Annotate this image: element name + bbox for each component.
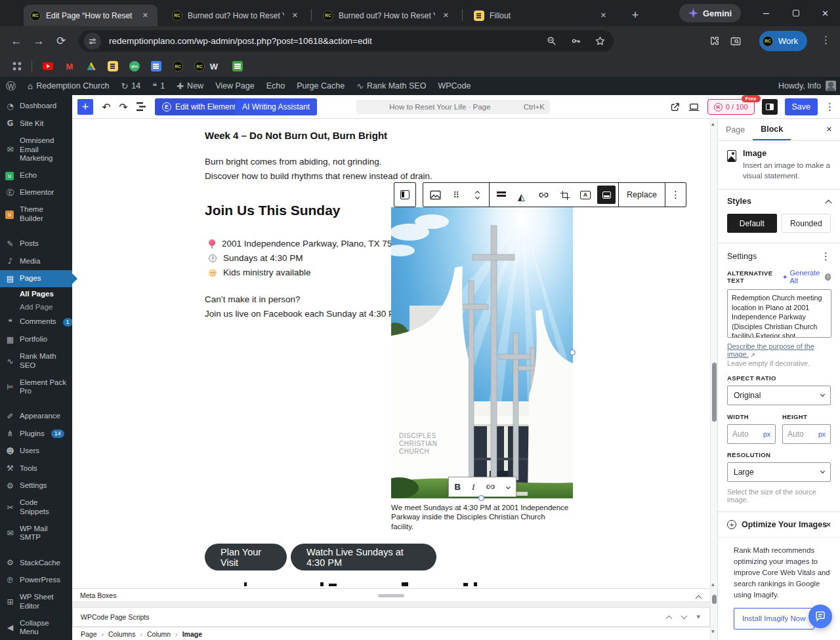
sidebar-item-rank-math[interactable]: ∿Rank Math SEO <box>0 348 72 374</box>
height-input[interactable] <box>788 430 812 439</box>
bookmark-youtube-icon[interactable] <box>43 61 53 71</box>
scroll-down-icon[interactable]: ▼ <box>711 629 715 633</box>
list-item[interactable]: Sundays at 4:30 PM <box>209 253 303 263</box>
window-minimize-button[interactable] <box>751 0 781 26</box>
wp-logo-icon[interactable]: Ⓦ <box>0 77 22 95</box>
admin-bar-updates[interactable]: ↻14 <box>115 77 146 95</box>
collapse-icon[interactable] <box>696 595 702 602</box>
breadcrumb-page[interactable]: Page <box>81 630 97 638</box>
sidebar-item-site-kit[interactable]: GSite Kit <box>0 115 72 132</box>
apps-grid-icon[interactable] <box>12 61 22 71</box>
tune-icon[interactable] <box>84 33 101 50</box>
bookmark-docs-icon[interactable] <box>151 61 161 71</box>
chat-launcher-button[interactable] <box>808 605 832 628</box>
bookmark-list-icon[interactable] <box>232 61 243 71</box>
sidebar-item-appearance[interactable]: ✐Appearance <box>0 408 72 425</box>
window-close-button[interactable] <box>810 0 840 26</box>
list-item[interactable]: 2001 Independence Parkway, Plano, TX 750… <box>209 239 407 249</box>
image-resize-handle-right[interactable] <box>570 350 576 355</box>
bookmark-gmail-icon[interactable] <box>64 61 75 71</box>
sidebar-item-all-pages[interactable]: All Pages <box>0 287 72 300</box>
watch-live-button[interactable]: Watch Live Sundays at 4:30 PM <box>291 544 436 570</box>
tab-block[interactable]: Block <box>753 119 791 140</box>
describe-purpose-link[interactable]: Describe the purpose of the image. <box>727 342 814 358</box>
sidebar-item-comments[interactable]: ❝Comments1 <box>0 313 72 330</box>
breadcrumb-columns[interactable]: Columns <box>108 630 135 638</box>
alt-text-input[interactable]: Redemption Church meeting location in Pl… <box>727 289 831 338</box>
sidebar-item-settings[interactable]: ⚙Settings <box>0 477 72 494</box>
select-parent-block-button[interactable] <box>394 183 415 207</box>
toggle-icon[interactable]: ▼ <box>697 614 700 620</box>
duotone-filter-button[interactable] <box>512 183 533 207</box>
tab-close-icon[interactable]: ✕ <box>140 10 151 21</box>
preview-device-icon[interactable] <box>688 102 700 113</box>
bookmark-drive-icon[interactable] <box>86 61 96 71</box>
breadcrumb-image[interactable]: Image <box>182 630 202 638</box>
save-button[interactable]: Save <box>785 98 818 115</box>
resize-drag-handle[interactable] <box>378 594 404 597</box>
sidebar-item-pages[interactable]: ▤Pages <box>0 270 72 287</box>
sidebar-item-users[interactable]: ☻Users <box>0 443 72 460</box>
address-bar[interactable]: redemptionplano.com/wp-admin/post.php?po… <box>79 30 614 52</box>
plan-your-visit-button[interactable]: Plan Your Visit <box>205 544 287 570</box>
back-icon[interactable]: ← <box>5 35 28 48</box>
tab-burned-out-2[interactable]: RC Burned out? How to Reset Your ✕ <box>316 5 458 26</box>
week-heading[interactable]: Week 4 – Do Not Burn Out, Burn Bright <box>205 130 387 141</box>
admin-bar-rank-math[interactable]: ∿Rank Math SEO <box>350 77 432 95</box>
list-view-icon[interactable] <box>134 99 150 115</box>
generate-alt-link[interactable]: Generate Alt <box>782 269 831 285</box>
window-maximize-button[interactable] <box>781 0 810 26</box>
undo-icon[interactable]: ↶ <box>98 99 114 115</box>
tab-close-icon[interactable]: ✕ <box>440 10 452 21</box>
link-button[interactable] <box>533 183 554 207</box>
sidebar-item-collapse-menu[interactable]: ◀Collapse Menu <box>0 615 72 640</box>
paragraph[interactable]: Burn bright comes from abiding, not grin… <box>205 157 381 167</box>
collapse-styles-icon[interactable] <box>826 199 832 206</box>
align-button[interactable] <box>491 183 512 207</box>
px-unit[interactable]: px <box>763 430 770 438</box>
order-down-icon[interactable] <box>681 613 687 620</box>
image-caption[interactable]: We meet Sundays at 4:30 PM at 2001 Indep… <box>391 503 570 531</box>
browser-menu-icon[interactable] <box>821 34 831 46</box>
sidebar-item-echo[interactable]: uEcho <box>0 167 72 184</box>
tab-close-icon[interactable]: ✕ <box>289 10 301 21</box>
tab-burned-out-1[interactable]: RC Burned out? How to Reset Your ✕ <box>165 5 307 26</box>
join-heading[interactable]: Join Us This Sunday <box>205 203 341 218</box>
bold-button[interactable]: B <box>455 482 461 492</box>
password-key-icon[interactable] <box>570 35 581 47</box>
sidebar-item-theme-builder[interactable]: uTheme Builder <box>0 201 72 228</box>
more-formats-icon[interactable] <box>506 485 511 489</box>
italic-button[interactable]: I <box>472 482 474 492</box>
style-default-button[interactable]: Default <box>727 214 777 233</box>
sidebar-item-code-snippets[interactable]: ✂Code Snippets <box>0 494 72 521</box>
admin-bar-wpcode[interactable]: WPCode <box>432 77 476 95</box>
forward-icon[interactable]: → <box>28 35 50 48</box>
block-options-button[interactable] <box>665 183 686 207</box>
bookmark-rc2-icon[interactable]: RC <box>194 61 205 71</box>
sidebar-item-posts[interactable]: ✎Posts <box>0 235 72 252</box>
install-imagify-button[interactable]: Install Imagify Now <box>734 608 814 630</box>
close-sidebar-icon[interactable] <box>826 125 832 134</box>
block-inserter-button[interactable] <box>77 99 93 115</box>
sidebar-item-tools[interactable]: ⚒Tools <box>0 460 72 477</box>
meta-boxes-bar[interactable]: Meta Boxes <box>72 588 710 602</box>
resolution-select[interactable]: Large <box>727 462 831 482</box>
image-block-icon[interactable] <box>425 183 446 207</box>
new-tab-button[interactable] <box>627 7 644 24</box>
sidebar-item-stackcache[interactable]: ⚙StackCache <box>0 554 72 571</box>
bookmark-star-icon[interactable] <box>595 35 606 47</box>
rank-math-score[interactable]: R 0 / 100 Free <box>707 99 755 115</box>
sidebar-item-element-pack[interactable]: ⊨Element Pack Pro <box>0 374 72 401</box>
tab-edit-page[interactable]: RC Edit Page “How to Reset Your L ✕ <box>24 5 158 26</box>
style-rounded-button[interactable]: Rounded <box>782 214 831 233</box>
tab-close-icon[interactable]: ✕ <box>598 10 609 21</box>
editor-options-icon[interactable] <box>825 101 835 113</box>
extensions-icon[interactable] <box>709 35 721 47</box>
drag-handle[interactable] <box>446 183 467 207</box>
optimize-images-header[interactable]: Optimize Your Images <box>718 511 840 538</box>
expand-on-click-button[interactable] <box>596 183 617 207</box>
sidebar-item-powerpress[interactable]: ℗PowerPress <box>0 572 72 589</box>
sidebar-item-media[interactable]: ♪Media <box>0 252 72 270</box>
scroll-up-icon[interactable]: ▲ <box>711 121 715 126</box>
paragraph[interactable]: Can’t make it in person? <box>205 294 301 304</box>
